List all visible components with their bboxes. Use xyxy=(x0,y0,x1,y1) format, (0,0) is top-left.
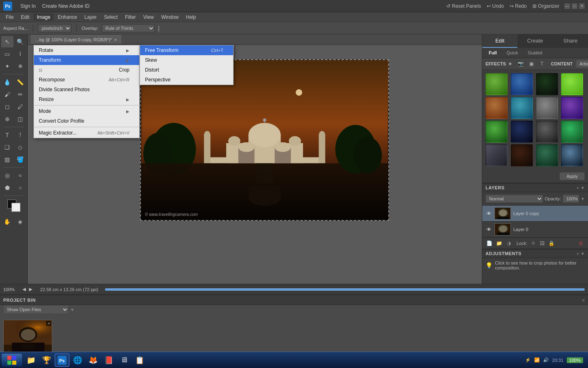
tool-marquee-rect[interactable]: ▭ xyxy=(1,48,13,60)
effect-thumb-13[interactable] xyxy=(486,144,508,166)
effect-thumb-8[interactable] xyxy=(561,97,583,119)
image-menu-mode[interactable]: Mode ▶ xyxy=(34,106,139,116)
tool-type-vert[interactable]: ⊺ xyxy=(14,129,27,141)
resolution-select[interactable]: pixels/inch xyxy=(38,24,71,32)
bin-show-select[interactable]: Show Open Files Show Organizer Files xyxy=(3,305,69,314)
panel-tab-edit[interactable]: Edit xyxy=(482,34,517,48)
tool-quick-select[interactable]: ✦ xyxy=(1,61,13,72)
effect-thumb-1[interactable] xyxy=(486,73,508,95)
menu-layer[interactable]: Layer xyxy=(81,13,100,21)
adj-menu-icon[interactable]: ≡ xyxy=(577,251,579,256)
sign-in-link[interactable]: Sign In xyxy=(20,3,36,9)
menu-window[interactable]: Window xyxy=(158,13,182,21)
effect-thumb-11[interactable] xyxy=(536,121,558,143)
tool-move[interactable]: ↖ xyxy=(1,36,13,47)
status-arrow-right[interactable]: ▶ xyxy=(28,287,33,292)
minimize-btn[interactable]: — xyxy=(564,3,570,9)
adj-expand-icon[interactable]: ▼ xyxy=(581,251,585,256)
lock-position-icon[interactable]: ✛ xyxy=(530,240,537,247)
tool-gradient[interactable]: ▨ xyxy=(1,154,13,165)
transform-skew[interactable]: Skew xyxy=(140,55,233,65)
layer-eye-0[interactable]: 👁 xyxy=(486,226,492,233)
close-btn[interactable]: ✕ xyxy=(579,3,585,9)
tool-brush[interactable]: 🖌 xyxy=(1,89,13,100)
effect-thumb-16[interactable] xyxy=(561,144,583,166)
background-color[interactable] xyxy=(11,203,20,212)
organizer-btn[interactable]: ⊞ Organizer xyxy=(532,3,559,9)
menu-select[interactable]: Select xyxy=(101,13,121,21)
effects-icon-star[interactable]: ★ xyxy=(506,60,514,68)
image-menu-resize[interactable]: Resize ▶ xyxy=(34,94,139,104)
layer-mode-select[interactable]: Normal Multiply Screen Overlay xyxy=(486,195,543,203)
tool-pencil[interactable]: ✏ xyxy=(14,89,27,100)
start-button[interactable] xyxy=(2,354,22,367)
overlay-select[interactable]: Rule of Thirds Grid None xyxy=(102,24,155,32)
image-menu-convert[interactable]: Convert Color Profile xyxy=(34,116,139,126)
opacity-dropdown[interactable]: ▼ xyxy=(581,197,585,201)
tool-eyedropper[interactable]: 💧 xyxy=(1,76,13,88)
overlay-toggle-btn[interactable]: | xyxy=(158,25,160,31)
effect-thumb-3[interactable] xyxy=(536,73,558,95)
undo-btn[interactable]: ↩ Undo xyxy=(487,3,504,9)
tool-dodge[interactable]: ○ xyxy=(14,182,27,193)
transform-free[interactable]: Free Transform Ctrl+T xyxy=(140,45,233,55)
opacity-input[interactable] xyxy=(563,195,579,203)
tool-shape[interactable]: ◇ xyxy=(14,141,27,153)
image-menu-divide[interactable]: Divide Scanned Photos xyxy=(34,85,139,94)
menu-filter[interactable]: Filter xyxy=(122,13,139,21)
layers-expand-icon[interactable]: ▼ xyxy=(581,186,585,190)
menu-view[interactable]: View xyxy=(140,13,157,21)
sub-tab-quick[interactable]: Quick xyxy=(503,49,521,56)
maximize-btn[interactable]: □ xyxy=(572,3,577,9)
effect-thumb-6[interactable] xyxy=(511,97,533,119)
bin-thumbnail-1[interactable]: ↗ xyxy=(3,320,52,357)
tool-blur[interactable]: ◎ xyxy=(1,170,13,181)
tool-custom-shape[interactable]: ❑ xyxy=(1,141,13,153)
effects-icon-photo[interactable]: 📷 xyxy=(517,60,525,68)
tool-magic-wand[interactable]: ✵ xyxy=(14,61,27,72)
tool-sponge[interactable]: ⬟ xyxy=(1,182,13,193)
transform-perspective[interactable]: Perspective xyxy=(140,75,233,85)
menu-help[interactable]: Help xyxy=(183,13,199,21)
effect-thumb-14[interactable] xyxy=(511,144,533,166)
image-menu-recompose[interactable]: Recompose Alt+Ctrl+R xyxy=(34,75,139,85)
menu-enhance[interactable]: Enhance xyxy=(54,13,80,21)
menu-edit[interactable]: Edit xyxy=(18,13,33,21)
artistic-select[interactable]: Artistic Blur Brush Strokes xyxy=(576,60,588,68)
tool-hand[interactable]: ✋ xyxy=(1,216,13,227)
effect-thumb-12[interactable] xyxy=(561,121,583,143)
tool-smudge[interactable]: ≈ xyxy=(14,170,27,181)
layer-eye-0-copy[interactable]: 👁 xyxy=(486,210,492,217)
tool-paint-bucket[interactable]: 🪣 xyxy=(14,154,27,165)
layer-item-0[interactable]: 👁 Layer 0 xyxy=(482,222,588,238)
sys-volume-icon[interactable]: 🔊 xyxy=(543,357,549,363)
taskbar-icon-cmd[interactable]: 🖥 xyxy=(117,354,131,367)
reset-panels-btn[interactable]: ↺ Reset Panels xyxy=(446,3,481,9)
panel-tab-create[interactable]: Create xyxy=(517,34,552,48)
layers-menu-icon[interactable]: ≡ xyxy=(577,186,579,190)
status-arrow-left[interactable]: ◀ xyxy=(21,287,27,292)
effect-thumb-4[interactable] xyxy=(561,73,583,95)
tool-lasso[interactable]: ⌇ xyxy=(14,48,27,60)
lock-image-icon[interactable]: 🖼 xyxy=(539,240,546,247)
effect-thumb-9[interactable] xyxy=(486,121,508,143)
taskbar-icon-pdf[interactable]: 📕 xyxy=(101,354,116,367)
sys-network-icon[interactable]: 📶 xyxy=(534,357,540,363)
tool-heal[interactable]: ⊕ xyxy=(1,113,13,125)
panel-tab-share[interactable]: Share xyxy=(553,34,588,48)
lock-all-icon[interactable]: 🔒 xyxy=(548,240,555,247)
image-menu-rotate[interactable]: Rotate ▶ xyxy=(34,45,139,55)
tool-eraser[interactable]: ◻ xyxy=(1,101,13,112)
sub-tab-guided[interactable]: Guided xyxy=(525,49,546,56)
effect-thumb-5[interactable] xyxy=(486,97,508,119)
sub-tab-full[interactable]: Full xyxy=(486,49,500,56)
taskbar-icon-firefox[interactable]: 🦊 xyxy=(86,354,100,367)
color-swatches[interactable] xyxy=(7,200,20,212)
redo-btn[interactable]: ↪ Redo xyxy=(510,3,527,9)
taskbar-icon-trophy[interactable]: 🏆 xyxy=(39,354,54,367)
apply-btn[interactable]: Apply xyxy=(559,172,585,180)
layer-item-0-copy[interactable]: 👁 Layer 0 copy xyxy=(482,206,588,222)
taskbar-icon-explorer[interactable]: 📁 xyxy=(24,354,38,367)
delete-layer-btn[interactable]: 🗑 xyxy=(577,240,585,247)
tool-extra[interactable]: ◈ xyxy=(14,216,27,227)
